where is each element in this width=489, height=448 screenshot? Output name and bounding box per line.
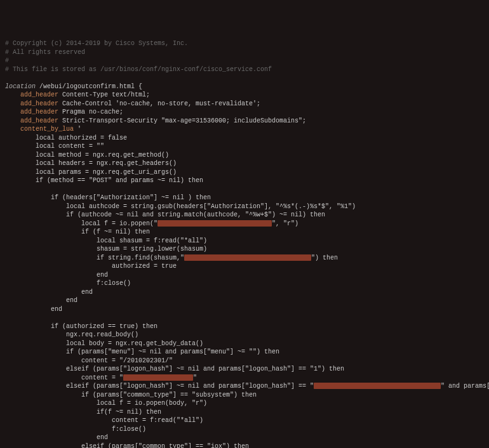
header-value: Strict-Transport-Security "max-age=31536… [58, 117, 306, 124]
code-line: content = f:read("*all") [5, 417, 203, 424]
code-line: f:close() [5, 426, 146, 433]
header-value: Content-Type text/html; [58, 91, 150, 98]
code-line: end [5, 272, 108, 279]
code-line: f:close() [5, 280, 131, 287]
code-line: ", "r") [272, 220, 298, 227]
code-line: local authorized = false [5, 135, 127, 142]
code-line: if (f ~= nil) then [5, 228, 150, 235]
code-line: content = "/2010202301/" [5, 357, 173, 364]
add-header-directive: add_header [20, 109, 58, 115]
redaction-block [314, 383, 441, 389]
code-line: local f = io.popen(" [5, 220, 157, 227]
code-line: local params = ngx.req.get_uri_args() [5, 169, 177, 176]
code-line: if (authcode ~= nil and string.match(aut… [5, 211, 325, 218]
code-line: local f = io.popen(body, "r") [5, 400, 207, 407]
code-line: ") then [311, 254, 338, 261]
code-line: local authcode = string.gsub(headers["Au… [5, 203, 356, 210]
code-line: if (params["menu"] ~= nil and params["me… [5, 348, 279, 355]
code-line: end [5, 434, 108, 441]
comment-line: # This file is stored as /usr/binos/conf… [5, 66, 272, 73]
code-line: " [193, 374, 197, 381]
code-line: ngx.req.read_body() [5, 331, 138, 338]
code-line: if (method == "POST" and params ~= nil) … [5, 177, 203, 184]
code-line: local content = "" [5, 143, 104, 150]
code-line: end [5, 297, 77, 304]
comment-line: # [5, 57, 9, 64]
code-line: if (headers["Authorization"] ~= nil ) th… [5, 194, 211, 201]
code-line: shasum = string.lower(shasum) [5, 246, 207, 253]
redaction-block [184, 254, 311, 261]
code-line: elseif (params["common_type"] == "iox") … [5, 443, 249, 449]
code-line: local body = ngx.req.get_body_data() [5, 340, 203, 347]
location-path: /webui/logoutconfirm.html { [36, 83, 142, 90]
nginx-location-keyword: location [5, 83, 36, 90]
code-line: authorized = true [5, 263, 177, 270]
code-line: local headers = ngx.req.get_headers() [5, 160, 177, 167]
code-line: if string.find(shasum," [5, 254, 184, 261]
code-line: if(f ~= nil) then [5, 409, 161, 416]
add-header-directive: add_header [20, 91, 58, 98]
code-line: end [5, 289, 93, 296]
code-line: content = " [5, 374, 123, 381]
code-line: local shasum = f:read("*all") [5, 237, 207, 244]
code-line: if (params["common_type"] == "subsystem"… [5, 392, 257, 399]
header-value: Pragma no-cache; [58, 109, 123, 115]
redaction-block [123, 374, 193, 381]
code-line: end [5, 306, 62, 313]
code-line: " and params["common_type"] ~= nil) then [441, 383, 489, 390]
add-header-directive: add_header [20, 100, 58, 107]
redaction-block [157, 220, 272, 227]
code-line: elseif (params["logon_hash"] ~= nil and … [5, 383, 314, 390]
code-line: if (authorized == true) then [5, 323, 157, 330]
code-line: local method = ngx.req.get_method() [5, 152, 169, 159]
header-value: Cache-Control 'no-cache, no-store, must-… [58, 100, 260, 107]
comment-line: # All rights reserved [5, 49, 85, 56]
content-by-lua-directive: content_by_lua [20, 126, 74, 133]
comment-line: # Copyright (c) 2014-2019 by Cisco Syste… [5, 40, 188, 47]
lua-open-quote: ' [74, 126, 81, 133]
code-line: elseif (params["logon_hash"] ~= nil and … [5, 366, 344, 372]
add-header-directive: add_header [20, 117, 58, 124]
